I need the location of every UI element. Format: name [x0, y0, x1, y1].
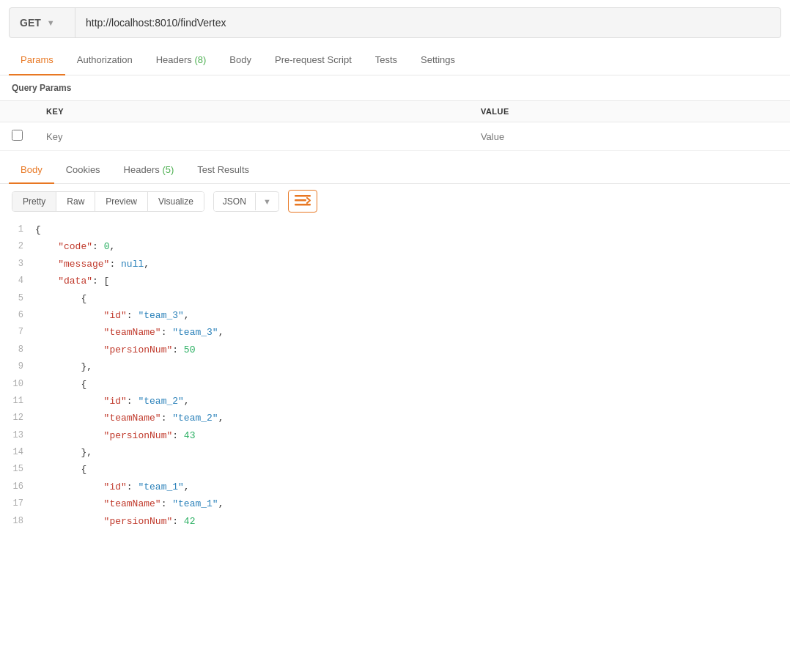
code-line-6: 6 "id": "team_3", [9, 307, 790, 324]
line-content-15: { [35, 461, 790, 478]
code-line-10: 10 { [9, 376, 790, 393]
url-input[interactable] [75, 17, 780, 29]
line-content-2: "code": 0, [35, 238, 790, 255]
code-line-11: 11 "id": "team_2", [9, 393, 790, 410]
response-tab-body[interactable]: Body [9, 157, 54, 184]
tab-settings[interactable]: Settings [409, 45, 467, 75]
format-btn-pretty[interactable]: Pretty [12, 192, 56, 211]
line-num-13: 13 [9, 427, 35, 444]
row-checkbox-cell [0, 122, 34, 151]
request-tabs: Params Authorization Headers (8) Body Pr… [0, 45, 790, 75]
line-num-1: 1 [9, 221, 35, 238]
code-line-9: 9 }, [9, 358, 790, 375]
format-type-label: JSON [214, 192, 255, 211]
format-btn-preview[interactable]: Preview [95, 192, 148, 211]
code-line-7: 7 "teamName": "team_3", [9, 324, 790, 341]
tab-body[interactable]: Body [218, 45, 263, 75]
code-line-8: 8 "persionNum": 50 [9, 341, 790, 358]
line-num-15: 15 [9, 461, 35, 478]
code-line-4: 4 "data": [ [9, 273, 790, 289]
code-line-18: 18 "persionNum": 42 [9, 513, 790, 530]
tab-prerequest[interactable]: Pre-request Script [263, 45, 363, 75]
line-num-9: 9 [9, 358, 35, 375]
line-content-10: { [35, 376, 790, 393]
line-content-12: "teamName": "team_2", [35, 410, 790, 427]
line-content-5: { [35, 290, 790, 307]
line-num-16: 16 [9, 479, 35, 495]
format-btn-visualize[interactable]: Visualize [148, 192, 204, 211]
line-num-2: 2 [9, 238, 35, 255]
key-input[interactable] [46, 131, 457, 142]
value-col-header: VALUE [469, 101, 790, 122]
code-line-3: 3 "message": null, [9, 256, 790, 273]
tab-authorization[interactable]: Authorization [65, 45, 144, 75]
table-row [0, 122, 790, 151]
line-content-17: "teamName": "team_1", [35, 495, 790, 512]
response-headers-badge: (5) [162, 164, 174, 175]
line-content-7: "teamName": "team_3", [35, 324, 790, 341]
line-num-3: 3 [9, 256, 35, 273]
line-num-5: 5 [9, 290, 35, 307]
line-content-11: "id": "team_2", [35, 393, 790, 410]
line-content-4: "data": [ [35, 273, 790, 289]
response-tab-test-results[interactable]: Test Results [185, 157, 261, 184]
format-bar: Pretty Raw Preview Visualize JSON ▼ [0, 184, 790, 218]
line-num-18: 18 [9, 513, 35, 530]
line-num-14: 14 [9, 444, 35, 461]
line-content-16: "id": "team_1", [35, 479, 790, 495]
line-num-7: 7 [9, 324, 35, 341]
line-content-6: "id": "team_3", [35, 307, 790, 324]
line-content-13: "persionNum": 43 [35, 427, 790, 444]
line-num-12: 12 [9, 410, 35, 427]
wrap-button[interactable] [288, 190, 317, 213]
url-bar: GET ▼ [9, 7, 781, 38]
tab-headers[interactable]: Headers (8) [144, 45, 218, 75]
line-num-4: 4 [9, 273, 35, 289]
key-col-header: KEY [34, 101, 469, 122]
checkbox-col-header [0, 101, 34, 122]
format-button-group: Pretty Raw Preview Visualize [12, 191, 204, 212]
row-checkbox[interactable] [12, 130, 23, 141]
svg-rect-0 [295, 195, 311, 197]
tab-params[interactable]: Params [9, 45, 65, 75]
headers-badge: (8) [194, 54, 206, 65]
query-params-label: Query Params [0, 75, 790, 100]
query-params-table: KEY VALUE [0, 100, 790, 151]
line-num-11: 11 [9, 393, 35, 410]
method-label: GET [20, 17, 41, 29]
method-chevron-icon: ▼ [47, 18, 55, 27]
json-code-block: 1 { 2 "code": 0, 3 "message": null, 4 "d… [0, 218, 790, 530]
code-line-2: 2 "code": 0, [9, 238, 790, 255]
code-line-16: 16 "id": "team_1", [9, 479, 790, 495]
format-btn-raw[interactable]: Raw [56, 192, 95, 211]
code-line-1: 1 { [9, 221, 790, 238]
code-line-12: 12 "teamName": "team_2", [9, 410, 790, 427]
svg-rect-1 [295, 199, 306, 202]
wrap-icon [295, 193, 311, 207]
code-line-5: 5 { [9, 290, 790, 307]
code-line-14: 14 }, [9, 444, 790, 461]
svg-rect-2 [295, 204, 311, 206]
response-tab-headers[interactable]: Headers (5) [112, 157, 186, 184]
value-input[interactable] [481, 131, 778, 142]
line-num-8: 8 [9, 341, 35, 358]
line-num-17: 17 [9, 495, 35, 512]
line-content-8: "persionNum": 50 [35, 341, 790, 358]
key-cell [34, 122, 469, 151]
format-type-chevron-icon[interactable]: ▼ [255, 193, 278, 210]
response-tab-cookies[interactable]: Cookies [54, 157, 112, 184]
code-line-15: 15 { [9, 461, 790, 478]
code-line-13: 13 "persionNum": 43 [9, 427, 790, 444]
line-content-3: "message": null, [35, 256, 790, 273]
code-line-17: 17 "teamName": "team_1", [9, 495, 790, 512]
value-cell [469, 122, 790, 151]
format-type-selector[interactable]: JSON ▼ [213, 191, 279, 212]
response-tabs: Body Cookies Headers (5) Test Results [0, 157, 790, 184]
line-content-14: }, [35, 444, 790, 461]
line-content-1: { [35, 221, 790, 238]
method-selector[interactable]: GET ▼ [10, 8, 75, 37]
line-num-6: 6 [9, 307, 35, 324]
tab-tests[interactable]: Tests [363, 45, 409, 75]
line-num-10: 10 [9, 376, 35, 393]
line-content-9: }, [35, 358, 790, 375]
